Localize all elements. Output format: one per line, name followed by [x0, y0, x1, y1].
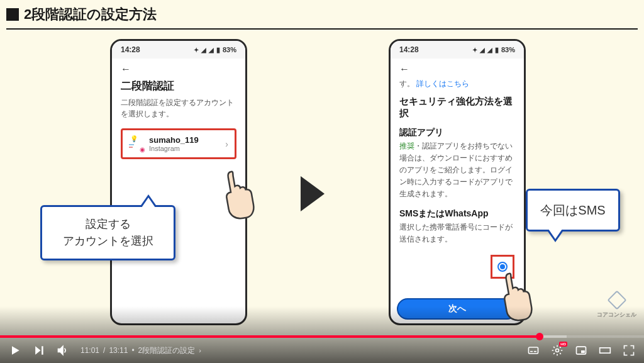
bluetooth-icon: ✦: [194, 47, 199, 53]
svg-rect-2: [534, 351, 536, 352]
play-button[interactable]: [9, 344, 21, 357]
account-text: sumaho_119 Instagram: [149, 135, 220, 152]
account-platform: Instagram: [149, 145, 220, 152]
channel-watermark[interactable]: コアコンシェル: [597, 291, 636, 319]
option-description: 選択した携帯電話番号にコードが送信されます。: [399, 223, 513, 243]
battery-icon: ▮: [216, 46, 220, 54]
player-controls: 11:01 / 13:11 • 2段階認証の設定 › HD: [0, 338, 644, 363]
right-controls: HD: [527, 344, 635, 357]
signal-icon: ◢: [480, 47, 485, 53]
next-video-button[interactable]: [33, 344, 45, 357]
subtitles-button[interactable]: [527, 344, 540, 357]
battery-text: 83%: [223, 46, 236, 53]
back-arrow-icon[interactable]: ←: [121, 64, 236, 75]
phone-left-content: ← 二段階認証 二段階認証を設定するアカウントを選択します。 💡◉ sumaho…: [112, 59, 245, 164]
option-sms-whatsapp[interactable]: SMSまたはWhatsApp 選択した携帯電話番号にコードが送信されます。: [399, 208, 515, 245]
account-avatar-icon: 💡◉: [129, 137, 144, 152]
watermark-text: コアコンシェル: [597, 311, 636, 319]
status-right-cluster: ✦ ◢ ◢ ▮ 83%: [472, 46, 515, 54]
chevron-right-icon: ›: [225, 139, 228, 149]
title-bullet-icon: [6, 8, 19, 21]
wifi-icon: ◢: [209, 47, 214, 53]
option-auth-app[interactable]: 認証アプリ 推奨・認証アプリをお持ちでない場合は、ダウンロードにおすすめのアプリ…: [399, 127, 515, 199]
theater-mode-button[interactable]: [599, 344, 611, 357]
back-arrow-icon[interactable]: ←: [399, 64, 515, 75]
radio-selected-icon: [497, 262, 508, 272]
account-name: sumaho_119: [149, 135, 220, 145]
status-bar: 14:28 ✦ ◢ ◢ ▮ 83%: [112, 41, 245, 59]
slide-title-bar: 2段階認証の設定方法: [6, 5, 157, 24]
svg-point-3: [556, 349, 559, 352]
callout-sms-this-time: 今回はSMS: [526, 189, 620, 232]
callout-text: 今回はSMS: [540, 203, 605, 217]
svg-rect-1: [530, 351, 533, 352]
svg-rect-0: [529, 347, 538, 354]
video-content-frame: 2段階認証の設定方法 14:28 ✦ ◢ ◢ ▮ 83% ← 二段階認証 二段階…: [0, 0, 644, 363]
settings-button[interactable]: HD: [551, 344, 564, 357]
chapter-title: 2段階認証の設定: [138, 345, 196, 356]
time-and-chapter[interactable]: 11:01 / 13:11 • 2段階認証の設定 ›: [80, 345, 201, 356]
wifi-icon: ◢: [487, 47, 492, 53]
option-description: ・認証アプリをお持ちでない場合は、ダウンロードにおすすめのアプリをご紹介します。…: [399, 142, 513, 198]
current-time: 11:01: [80, 346, 99, 355]
watermark-logo-icon: [608, 291, 626, 310]
screen-description: 二段階認証を設定するアカウントを選択します。: [121, 97, 236, 120]
flow-arrow-icon: [301, 176, 325, 211]
status-bar: 14:28 ✦ ◢ ◢ ▮ 83%: [391, 41, 524, 59]
chevron-right-icon: ›: [199, 347, 201, 354]
signal-icon: ◢: [201, 47, 206, 53]
status-right-cluster: ✦ ◢ ◢ ▮ 83%: [194, 46, 236, 54]
recommended-label: 推奨: [399, 142, 414, 150]
option-title: SMSまたはWhatsApp: [399, 208, 515, 220]
security-method-heading: セキュリティ強化方法を選択: [399, 96, 515, 120]
truncated-text: す。 詳しくはこちら: [399, 79, 515, 89]
screen-heading: 二段階認証: [121, 79, 236, 93]
account-select-row[interactable]: 💡◉ sumaho_119 Instagram ›: [121, 128, 236, 159]
miniplayer-button[interactable]: [575, 344, 587, 357]
callout-line: アカウントを選択: [53, 233, 162, 250]
callout-select-account: 設定する アカウントを選択: [40, 205, 175, 260]
phone-right-content: ← す。 詳しくはこちら セキュリティ強化方法を選択 認証アプリ 推奨・認証アプ…: [391, 59, 524, 259]
hd-badge: HD: [559, 342, 567, 347]
duration: 13:11: [109, 346, 128, 355]
bluetooth-icon: ✦: [472, 47, 477, 53]
slide-title: 2段階認証の設定方法: [24, 5, 157, 24]
learn-more-link[interactable]: 詳しくはこちら: [416, 79, 469, 88]
svg-rect-5: [581, 350, 585, 353]
fullscreen-button[interactable]: [623, 344, 635, 357]
battery-text: 83%: [501, 46, 515, 53]
status-time: 14:28: [399, 45, 419, 54]
option-title: 認証アプリ: [399, 127, 515, 138]
status-time: 14:28: [121, 45, 140, 54]
svg-rect-6: [600, 348, 611, 353]
callout-line: 設定する: [53, 216, 162, 233]
title-underline: [6, 28, 638, 30]
option-description-wrap: 推奨・認証アプリをお持ちでない場合は、ダウンロードにおすすめのアプリをご紹介しま…: [399, 140, 515, 199]
battery-icon: ▮: [495, 46, 499, 54]
volume-button[interactable]: [57, 344, 69, 357]
